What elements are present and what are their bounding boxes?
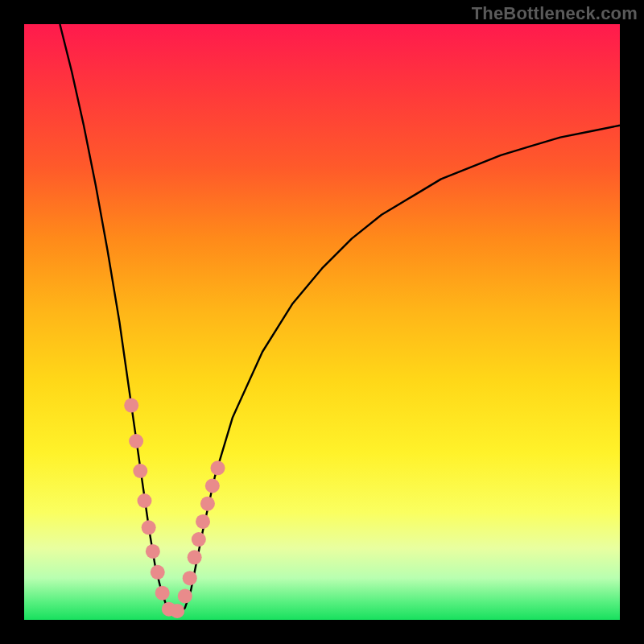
chart-frame: TheBottleneck.com (0, 0, 644, 644)
plot-area (24, 24, 620, 620)
data-marker (200, 497, 215, 511)
data-marker (129, 434, 143, 448)
data-marker (183, 571, 197, 585)
data-marker (151, 565, 165, 580)
data-marker (192, 532, 206, 547)
watermark-text: TheBottleneck.com (472, 3, 638, 24)
marker-group (124, 398, 225, 618)
data-marker (133, 464, 147, 478)
data-marker (196, 514, 210, 529)
data-marker (155, 586, 170, 601)
data-marker (188, 550, 202, 564)
data-marker (146, 544, 160, 559)
data-marker (205, 479, 220, 493)
data-marker (211, 460, 225, 475)
data-marker (142, 520, 156, 535)
data-marker (178, 588, 192, 603)
data-marker (137, 493, 151, 508)
curve-layer (24, 24, 620, 620)
data-marker (170, 604, 184, 618)
data-marker (124, 398, 138, 413)
